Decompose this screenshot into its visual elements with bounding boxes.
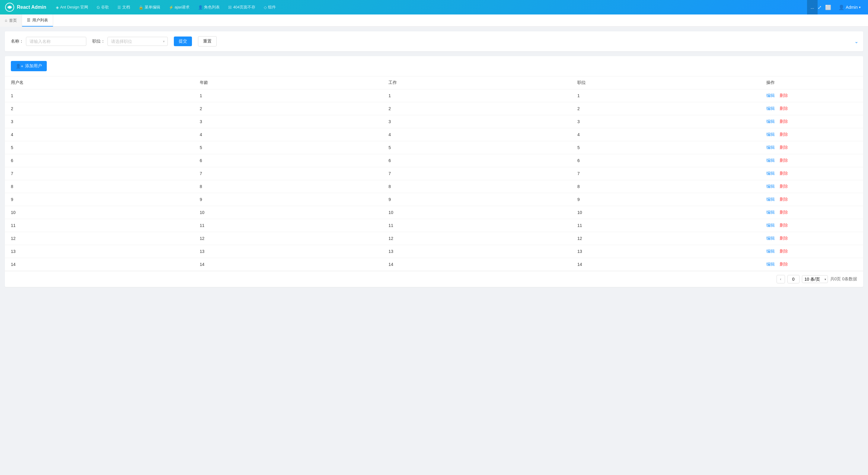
edit-button[interactable]: 编辑 (766, 145, 775, 150)
cell-job: 11 (382, 219, 571, 232)
edit-button[interactable]: 编辑 (766, 119, 775, 124)
edit-button[interactable]: 编辑 (766, 106, 775, 111)
cell-username: 2 (5, 102, 194, 115)
delete-button[interactable]: 删除 (780, 158, 788, 163)
cell-username: 4 (5, 128, 194, 141)
delete-button[interactable]: 删除 (780, 119, 788, 124)
cell-action: 编辑 删除 (760, 258, 863, 271)
delete-button[interactable]: 删除 (780, 197, 788, 201)
edit-button[interactable]: 编辑 (766, 223, 775, 227)
cell-job: 12 (382, 232, 571, 245)
user-menu[interactable]: 👤 Admin ▾ (836, 4, 863, 10)
edit-button[interactable]: 编辑 (766, 249, 775, 253)
nav-label-menu-edit: 菜单编辑 (145, 4, 160, 10)
cell-position: 2 (571, 102, 760, 115)
navbar-item-menu-edit[interactable]: 🔒菜单编辑 (135, 0, 164, 14)
window-icon[interactable]: ⬜ (825, 4, 831, 10)
tab-user-list[interactable]: ☰ 用户列表 (22, 14, 53, 27)
cell-username: 9 (5, 193, 194, 206)
user-list-tab-icon: ☰ (27, 18, 30, 22)
cell-username: 7 (5, 167, 194, 180)
nav-label-roles: 角色列表 (204, 4, 220, 10)
cell-action: 编辑 删除 (760, 180, 863, 193)
data-table: 用户名 年龄 工作 职位 操作 1 1 1 1 编辑 删除 2 2 2 2 (5, 76, 863, 271)
delete-button[interactable]: 删除 (780, 93, 788, 98)
cell-job: 4 (382, 128, 571, 141)
delete-button[interactable]: 删除 (780, 223, 788, 227)
cell-username: 1 (5, 89, 194, 102)
name-filter-input[interactable] (26, 37, 86, 46)
add-user-button[interactable]: 👤+ 添加用户 (11, 61, 47, 71)
col-header-age: 年龄 (194, 76, 383, 89)
edit-button[interactable]: 编辑 (766, 210, 775, 215)
pagination-total: 共0页 0条数据 (830, 277, 857, 282)
edit-button[interactable]: 编辑 (766, 158, 775, 163)
table-row: 4 4 4 4 编辑 删除 (5, 128, 863, 141)
delete-button[interactable]: 删除 (780, 249, 788, 253)
nav-icon-docs: ☰ (117, 5, 121, 10)
delete-button[interactable]: 删除 (780, 262, 788, 266)
main-content: 名称： 职位： 请选择职位前端后端产品设计 ▾ 提交 重置 ⌄ 👤+ 添加用户 (0, 27, 868, 292)
position-filter-field: 职位： 请选择职位前端后端产品设计 ▾ (92, 37, 168, 46)
edit-button[interactable]: 编辑 (766, 93, 775, 98)
cell-job: 9 (382, 193, 571, 206)
table-wrapper: 用户名 年龄 工作 职位 操作 1 1 1 1 编辑 删除 2 2 2 2 (5, 76, 863, 271)
cell-position: 8 (571, 180, 760, 193)
delete-button[interactable]: 删除 (780, 210, 788, 215)
navbar-item-ajax[interactable]: ⚡ajax请求 (165, 0, 193, 14)
delete-button[interactable]: 删除 (780, 106, 788, 111)
delete-button[interactable]: 删除 (780, 184, 788, 189)
navbar-item-roles[interactable]: 👤角色列表 (194, 0, 223, 14)
cell-job: 6 (382, 154, 571, 167)
nav-icon-ant-design: ◈ (56, 5, 59, 10)
user-name: Admin (846, 5, 858, 10)
edit-button[interactable]: 编辑 (766, 262, 775, 266)
navbar-actions: ⤢ ⬜ (817, 4, 831, 10)
navbar-item-google[interactable]: G谷歌 (93, 0, 112, 14)
navbar-menu: ◈Ant Design 官网G谷歌☰文档🔒菜单编辑⚡ajax请求👤角色列表☒40… (52, 0, 807, 14)
pagination-prev-button[interactable]: ‹ (777, 275, 785, 283)
reset-button[interactable]: 重置 (198, 36, 217, 46)
edit-button[interactable]: 编辑 (766, 236, 775, 241)
navbar-item-ant-design[interactable]: ◈Ant Design 官网 (52, 0, 92, 14)
cell-age: 8 (194, 180, 383, 193)
pagination-page-input[interactable] (787, 275, 800, 283)
cell-action: 编辑 删除 (760, 89, 863, 102)
expand-icon[interactable]: ⤢ (817, 4, 822, 10)
nav-icon-google: G (97, 5, 100, 10)
cell-position: 10 (571, 206, 760, 219)
cell-position: 12 (571, 232, 760, 245)
delete-button[interactable]: 删除 (780, 145, 788, 150)
delete-button[interactable]: 删除 (780, 171, 788, 176)
page-size-select[interactable]: 10 条/页20 条/页50 条/页 (802, 275, 828, 283)
cell-position: 7 (571, 167, 760, 180)
position-filter-select[interactable]: 请选择职位前端后端产品设计 (107, 37, 168, 46)
table-row: 5 5 5 5 编辑 删除 (5, 141, 863, 154)
navbar-item-docs[interactable]: ☰文档 (114, 0, 134, 14)
cell-job: 3 (382, 115, 571, 128)
edit-button[interactable]: 编辑 (766, 132, 775, 137)
navbar-item-components[interactable]: ◇组件 (260, 0, 279, 14)
nav-icon-roles: 👤 (198, 5, 203, 10)
filter-expand-icon[interactable]: ⌄ (855, 39, 858, 44)
cell-username: 8 (5, 180, 194, 193)
cell-action: 编辑 删除 (760, 232, 863, 245)
navbar-item-404[interactable]: ☒404页面不存 (224, 0, 259, 14)
delete-button[interactable]: 删除 (780, 132, 788, 137)
edit-button[interactable]: 编辑 (766, 184, 775, 189)
navbar-more-button[interactable]: ... (807, 0, 818, 14)
cell-action: 编辑 删除 (760, 128, 863, 141)
table-section: 👤+ 添加用户 用户名 年龄 工作 职位 操作 1 1 (5, 56, 863, 287)
submit-button[interactable]: 提交 (174, 36, 192, 46)
cell-username: 6 (5, 154, 194, 167)
app-logo[interactable]: React Admin (5, 2, 46, 12)
table-row: 9 9 9 9 编辑 删除 (5, 193, 863, 206)
nav-icon-ajax: ⚡ (169, 5, 174, 10)
edit-button[interactable]: 编辑 (766, 197, 775, 201)
edit-button[interactable]: 编辑 (766, 171, 775, 176)
tab-home[interactable]: ⌂ 首页 (0, 14, 22, 27)
cell-position: 1 (571, 89, 760, 102)
delete-button[interactable]: 删除 (780, 236, 788, 241)
cell-action: 编辑 删除 (760, 193, 863, 206)
nav-icon-components: ◇ (264, 5, 267, 10)
